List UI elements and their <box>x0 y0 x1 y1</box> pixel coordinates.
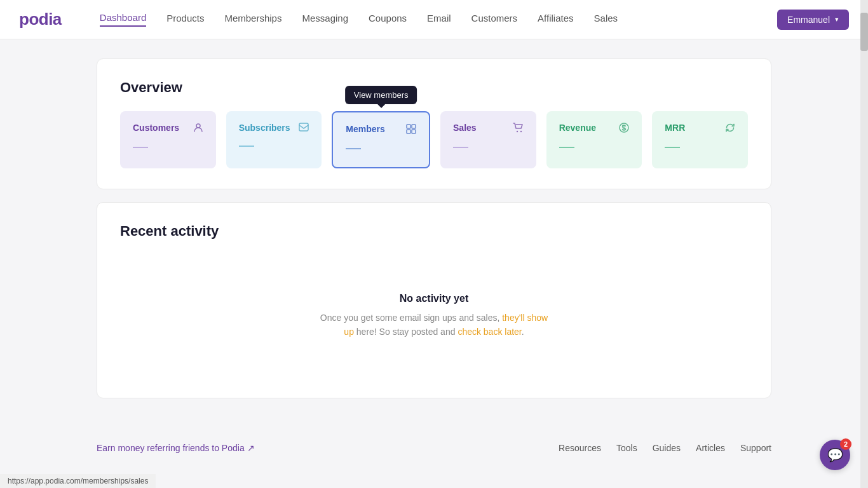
activity-empty-description: Once you get some email sign ups and sal… <box>320 311 548 339</box>
stat-revenue[interactable]: Revenue <box>546 111 642 168</box>
nav-email[interactable]: Email <box>427 13 451 26</box>
activity-empty-title: No activity yet <box>400 293 468 304</box>
stat-revenue-header: Revenue <box>559 123 630 135</box>
svg-point-7 <box>520 131 521 132</box>
refresh-icon <box>725 123 735 135</box>
stat-sales[interactable]: Sales <box>440 111 536 168</box>
scrollbar[interactable] <box>860 0 868 488</box>
svg-rect-2 <box>407 125 410 128</box>
stat-revenue-divider <box>559 147 574 148</box>
nav-products[interactable]: Products <box>166 13 204 26</box>
nav-affiliates[interactable]: Affiliates <box>538 13 573 26</box>
logo[interactable]: podia <box>19 10 62 29</box>
footer-resources[interactable]: Resources <box>559 443 601 453</box>
svg-rect-5 <box>412 130 416 133</box>
stat-customers-divider <box>133 147 148 148</box>
stat-customers-label: Customers <box>133 123 179 133</box>
stat-sales-header: Sales <box>453 123 524 135</box>
stat-subscribers[interactable]: Subscribers <box>226 111 322 168</box>
stat-customers[interactable]: Customers <box>120 111 216 168</box>
referral-link[interactable]: Earn money referring friends to Podia ↗ <box>97 443 255 453</box>
svg-point-0 <box>196 124 200 128</box>
footer-support[interactable]: Support <box>740 443 771 453</box>
recent-activity-card: Recent activity No activity yet Once you… <box>97 202 771 398</box>
members-grid-icon <box>406 124 416 137</box>
footer-referral: Earn money referring friends to Podia ↗ <box>97 443 255 453</box>
stat-mrr-label: MRR <box>665 123 685 133</box>
nav-coupons[interactable]: Coupons <box>369 13 407 26</box>
stat-sales-label: Sales <box>453 123 477 133</box>
nav-customers[interactable]: Customers <box>471 13 518 26</box>
members-tooltip: View members <box>345 86 417 104</box>
dollar-icon <box>619 123 629 135</box>
nav-dashboard[interactable]: Dashboard <box>100 12 146 27</box>
stat-mrr[interactable]: MRR <box>652 111 748 168</box>
nav-sales[interactable]: Sales <box>594 13 618 26</box>
chat-widget-button[interactable]: 💬 2 <box>820 440 850 470</box>
nav-links: Dashboard Products Memberships Messaging… <box>100 12 777 27</box>
stat-sales-divider <box>453 147 468 148</box>
svg-rect-1 <box>299 123 308 131</box>
stat-mrr-divider <box>665 147 680 148</box>
recent-activity-title: Recent activity <box>120 223 748 240</box>
svg-point-6 <box>516 131 517 132</box>
scrollbar-thumb[interactable] <box>860 13 868 51</box>
footer-guides[interactable]: Guides <box>653 443 681 453</box>
stat-members[interactable]: View members Members <box>332 111 430 168</box>
stat-subscribers-divider <box>239 146 254 147</box>
footer: Earn money referring friends to Podia ↗ … <box>0 430 868 466</box>
stat-members-divider <box>346 148 361 149</box>
footer-links: Resources Tools Guides Articles Support <box>559 443 771 453</box>
overview-title: Overview <box>120 79 748 96</box>
chat-badge: 2 <box>840 438 851 450</box>
stat-members-label: Members <box>346 124 384 134</box>
stat-subscribers-label: Subscribers <box>239 123 290 133</box>
activity-link-check-back[interactable]: check back later <box>458 327 521 337</box>
footer-articles[interactable]: Articles <box>696 443 725 453</box>
svg-rect-4 <box>407 130 410 133</box>
overview-card: Overview Customers Subsc <box>97 58 771 189</box>
footer-tools[interactable]: Tools <box>616 443 637 453</box>
activity-empty-state: No activity yet Once you get some email … <box>120 255 748 377</box>
external-link-icon: ↗ <box>247 443 255 453</box>
stat-mrr-header: MRR <box>665 123 735 135</box>
chevron-down-icon: ▾ <box>835 15 839 24</box>
nav-messaging[interactable]: Messaging <box>302 13 348 26</box>
stat-revenue-label: Revenue <box>559 123 596 133</box>
nav-memberships[interactable]: Memberships <box>224 13 281 26</box>
main-content: Overview Customers Subsc <box>0 39 868 430</box>
cart-icon <box>513 123 524 135</box>
statusbar: https://app.podia.com/memberships/sales <box>0 474 156 488</box>
chat-icon: 💬 <box>827 447 843 463</box>
email-icon <box>299 123 309 134</box>
person-icon <box>193 123 203 135</box>
overview-stats-grid: Customers Subscribers <box>120 111 748 168</box>
stat-members-header: Members <box>346 124 416 137</box>
user-menu-button[interactable]: Emmanuel ▾ <box>777 10 849 30</box>
navbar: podia Dashboard Products Memberships Mes… <box>0 0 868 39</box>
stat-subscribers-header: Subscribers <box>239 123 309 134</box>
svg-rect-3 <box>412 125 416 128</box>
stat-customers-header: Customers <box>133 123 203 135</box>
